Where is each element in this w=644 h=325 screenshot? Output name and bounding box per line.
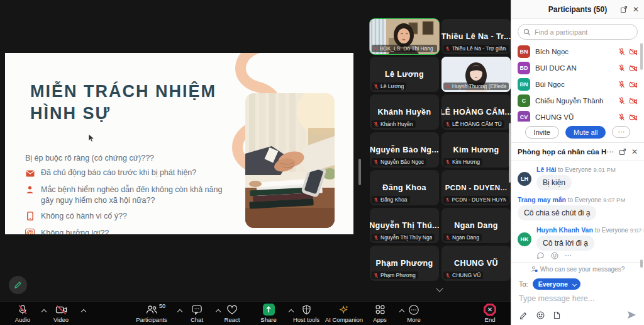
participants-options-caret[interactable] (177, 309, 182, 314)
privacy-note[interactable]: Who can see your messages? (511, 262, 644, 274)
video-tile[interactable]: PCDN - DUYEN... PCDN - DUYEN HUYNH (441, 170, 511, 205)
search-input[interactable] (535, 25, 638, 38)
more-tiles-button[interactable] (430, 285, 449, 295)
video-tile[interactable]: Nguyễn Bảo Ng... Nguyễn Bảo Ngọc (370, 132, 439, 168)
mic-muted-icon (618, 81, 625, 88)
video-tile[interactable]: Thiều Lê Na - Tr... Thiều Lê Na - Trợ gi… (441, 19, 511, 54)
participant-row[interactable]: BN Bùi Ngọc (511, 76, 644, 93)
video-off-icon (629, 48, 638, 55)
host-tools-control[interactable]: Host tools (289, 304, 323, 323)
chat-panel-header: Phòng họp cá nhân của Học viện ... ⋯ ✕ (511, 143, 644, 161)
chat-more-icon[interactable]: ⋯ (606, 148, 614, 156)
participants-footer: Invite Mute all ⋯ (511, 122, 644, 143)
video-tile[interactable]: Kim Hương Kim Hương (441, 132, 511, 168)
chat-control[interactable]: Chat (183, 304, 211, 323)
presentation-slide: MIỄN TRÁCH NHIỆM HÌNH SỰ Bị ép buộc rõ r… (5, 53, 353, 234)
message-sender[interactable]: Trang may mắn (518, 196, 566, 203)
mic-muted-icon (445, 235, 450, 241)
chat-scrollbar[interactable] (640, 259, 643, 268)
file-icon[interactable] (553, 311, 560, 319)
participant-search[interactable] (518, 24, 638, 40)
to-label: To: (519, 280, 528, 288)
popout-icon[interactable] (619, 148, 626, 156)
message-sender[interactable]: Lê Hải (536, 166, 557, 173)
close-icon[interactable]: ✕ (631, 148, 638, 156)
video-tile-grid: BGK_LS. Do Thi Hang (Sus.. Thiều Lê Na -… (370, 19, 511, 281)
participant-name-label: Ngan Dang (443, 234, 482, 241)
video-tile[interactable]: Nguyễn Thị Thú... Nguyễn Thị Thủy Nga (370, 208, 439, 243)
mic-muted-icon (445, 159, 450, 165)
participants-control[interactable]: 50 Participants (133, 304, 170, 323)
video-tile[interactable]: Khánh Huyền Khánh Huyền (370, 94, 439, 130)
react-control[interactable]: React (218, 304, 246, 323)
annotate-button[interactable] (9, 276, 27, 294)
chevron-down-icon (436, 285, 443, 292)
mic-muted-icon (618, 64, 625, 72)
video-off-icon (55, 305, 67, 315)
participants-more-button[interactable]: ⋯ (612, 126, 630, 138)
apps-control[interactable]: Apps (366, 304, 394, 323)
mic-muted-icon (374, 84, 379, 89)
message-more-icon[interactable]: ⋯ (565, 251, 572, 259)
screen-scrollbar[interactable] (358, 159, 361, 185)
ai-companion-control[interactable]: AI Companion (324, 304, 364, 323)
video-tile[interactable]: CHUNG VŨ CHUNG VŨ (441, 246, 511, 281)
video-options-caret[interactable] (80, 309, 86, 314)
emoji-icon[interactable] (536, 311, 545, 319)
message-sender[interactable]: Huynh Khanh Van (536, 226, 593, 234)
chat-message: HK Huynh Khanh Van to Everyone 9:07 PM C… (518, 226, 638, 251)
video-control[interactable]: Video (47, 304, 75, 323)
share-screen-icon (263, 304, 275, 316)
video-tile[interactable]: Phạm Phương Phạm Phương (370, 246, 439, 281)
reply-icon[interactable] (536, 252, 545, 259)
participant-row[interactable]: BN Bích Ngọc (511, 43, 644, 60)
mic-muted-icon (374, 273, 379, 278)
send-icon[interactable] (627, 311, 636, 319)
mic-muted-icon (374, 122, 379, 127)
participant-name-label: LÊ HOÀNG CẨM TÚ (443, 120, 504, 128)
mic-muted-icon (374, 235, 379, 241)
mute-all-button[interactable]: Mute all (565, 126, 606, 139)
more-control[interactable]: More (400, 304, 428, 323)
recipient-selector[interactable]: Everyone (533, 278, 580, 290)
chat-message: Trang may mắn to Everyone 9:07 PM Cô chi… (518, 196, 638, 220)
participant-row[interactable]: BD BUI DUC AN (511, 60, 644, 76)
video-tile-active-speaker[interactable]: BGK_LS. Do Thi Hang (Sus.. (370, 19, 439, 54)
mic-muted-icon (445, 122, 450, 127)
participants-panel-header: Participants (50) ✕ (511, 0, 644, 19)
share-control[interactable]: Share (254, 304, 283, 323)
participants-list: BN Bích Ngọc BD BUI DUC AN BN Bùi Ngọc (511, 43, 644, 122)
chat-message-input[interactable] (519, 294, 632, 303)
participant-name-label: Nguyễn Thị Thủy Nga (372, 234, 435, 241)
video-off-icon (629, 98, 638, 105)
popout-icon[interactable] (620, 6, 628, 13)
end-meeting-control[interactable]: ✕ End (476, 304, 504, 323)
video-tile[interactable]: Ngan Dang Ngan Dang (441, 208, 511, 243)
participant-row[interactable]: C Chiếu Nguyễn Thành (511, 93, 644, 109)
video-tile[interactable]: LÊ HOÀNG CẨM... LÊ HOÀNG CẨM TÚ (441, 94, 511, 130)
video-tile[interactable]: Lê Lương Lê Lương (370, 57, 439, 92)
participants-count: 50 (159, 303, 165, 309)
participant-name-label: Nguyễn Bảo Ngọc (372, 158, 426, 166)
participant-name-label: Thiều Lê Na - Trợ giảng (443, 45, 509, 52)
format-icon[interactable] (519, 311, 528, 319)
audio-control[interactable]: Audio (8, 304, 37, 323)
video-tile[interactable]: Huynh Thuong (Elfleda) (441, 57, 511, 92)
bullet-item: Mắc bệnh hiểm nghèo dẫn đến không còn kh… (25, 185, 226, 206)
participant-name: CHUNG VŨ (535, 113, 618, 121)
phone-icon (25, 212, 35, 223)
recipient-row: To: Everyone (511, 274, 644, 290)
apps-icon (375, 304, 386, 315)
participant-row[interactable]: CV CHUNG VŨ (511, 109, 644, 122)
emoji-icon[interactable] (551, 252, 558, 259)
participants-scrollbar[interactable] (640, 43, 643, 70)
video-off-icon (629, 65, 638, 72)
pencil-icon (14, 281, 22, 289)
invite-button[interactable]: Invite (525, 126, 559, 139)
mic-muted-icon (618, 97, 625, 105)
audio-options-caret[interactable] (42, 309, 47, 314)
mic-muted-icon (374, 197, 379, 203)
video-tile[interactable]: Đăng Khoa Đăng Khoa (370, 170, 439, 205)
at-icon: @ (25, 229, 35, 234)
close-icon[interactable]: ✕ (633, 6, 639, 13)
